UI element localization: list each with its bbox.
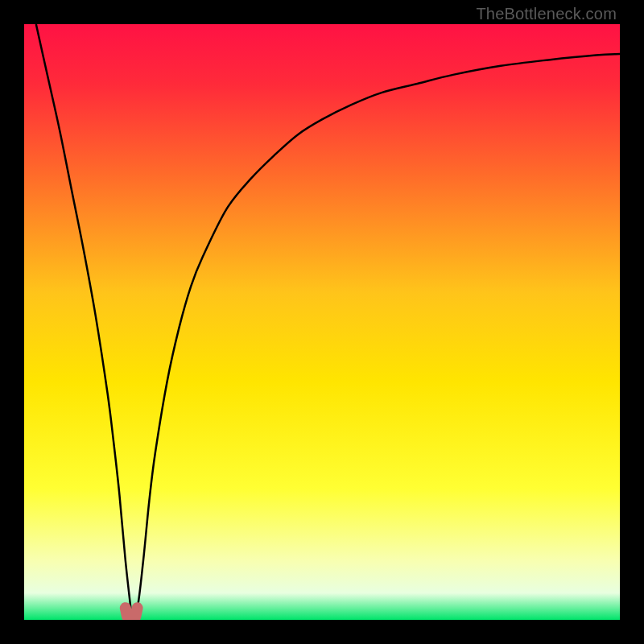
outer-frame: TheBottleneck.com	[0, 0, 644, 644]
watermark-text: TheBottleneck.com	[476, 5, 617, 23]
chart-svg	[24, 24, 620, 620]
optimum-marker	[126, 608, 138, 616]
gradient-background	[24, 24, 620, 620]
plot-area	[24, 24, 620, 620]
